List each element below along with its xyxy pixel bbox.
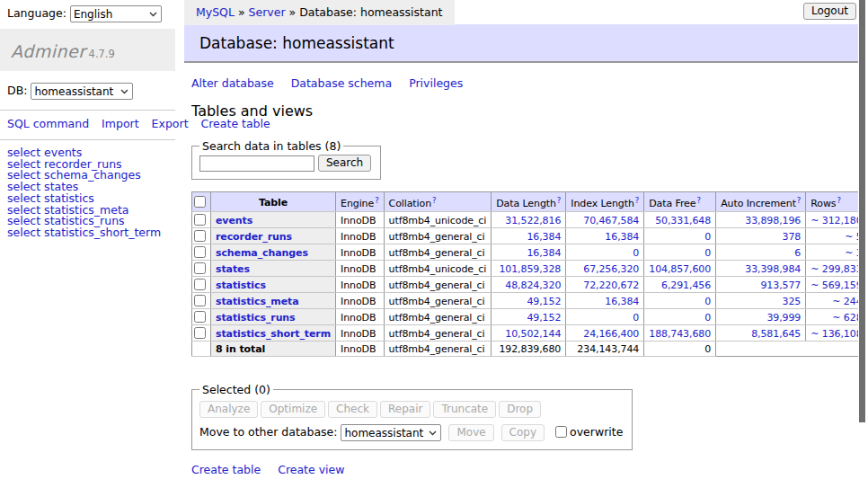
db-select[interactable]: homeassistant — [31, 83, 133, 100]
row-checkbox-cell — [192, 261, 211, 277]
index-length-cell: 72,220,672 — [566, 277, 644, 293]
table-link-states[interactable]: states — [216, 263, 250, 275]
row-checkbox-statistics-short-term[interactable] — [194, 327, 206, 339]
action-link-alter-database[interactable]: Alter database — [191, 76, 274, 90]
column-header-data-free: Data Free? — [644, 192, 716, 212]
table-row-statistics-meta: statistics_metaInnoDButf8mb4_general_ci4… — [192, 293, 868, 309]
data-length-cell: 31,522,816 — [492, 212, 566, 228]
engine-cell: InnoDB — [336, 261, 385, 277]
breadcrumb-separator: » — [235, 5, 249, 19]
total-data-length-cell: 192,839,680 — [492, 342, 566, 357]
main-content: MySQL » Server » Database: homeassistant… — [184, 0, 868, 488]
search-button[interactable]: Search — [318, 155, 371, 172]
scrollbar-thumb[interactable] — [859, 0, 865, 422]
engine-cell: InnoDB — [336, 277, 385, 293]
move-button[interactable]: Move — [448, 424, 493, 441]
link-create-view[interactable]: Create view — [278, 463, 344, 476]
row-checkbox-cell — [192, 309, 211, 325]
table-link-statistics-runs[interactable]: statistics_runs — [216, 312, 296, 324]
sidebar-item-select-statistics-short-term[interactable]: select statistics_short_term — [7, 227, 168, 239]
row-checkbox-statistics-runs[interactable] — [194, 311, 206, 323]
auto-increment-cell: 913,577 — [716, 277, 806, 293]
column-help-link[interactable]: ? — [557, 196, 561, 205]
table-name-cell: statistics_runs — [211, 309, 336, 325]
move-db-select-wrap: homeassistant — [341, 424, 441, 441]
sidebar-link-sql-command[interactable]: SQL command — [7, 117, 89, 130]
selected-legend: Selected (0) — [199, 383, 273, 396]
sidebar-link-import[interactable]: Import — [102, 117, 139, 130]
table-link-recorder-runs[interactable]: recorder_runs — [216, 231, 292, 243]
sidebar-tables-list: select eventsselect recorder_runsselect … — [0, 140, 175, 246]
table-row-statistics: statisticsInnoDButf8mb4_general_ci48,824… — [192, 277, 868, 293]
column-help-link[interactable]: ? — [696, 196, 700, 205]
breadcrumb-separator: » — [286, 5, 300, 19]
row-checkbox-cell — [192, 325, 211, 342]
breadcrumb-link-mysql[interactable]: MySQL — [196, 5, 235, 19]
sidebar: Language:English Adminer4.7.9 DB:homeass… — [0, 0, 175, 246]
table-link-schema-changes[interactable]: schema_changes — [216, 247, 308, 259]
collation-cell: utf8mb4_unicode_ci — [384, 261, 492, 277]
drop-button[interactable]: Drop — [499, 401, 541, 418]
overwrite-checkbox[interactable] — [555, 426, 567, 438]
row-checkbox-statistics-meta[interactable] — [194, 295, 206, 306]
data-free-cell: 0 — [644, 228, 716, 244]
column-header-index-length: Index Length? — [566, 192, 644, 212]
column-help-link[interactable]: ? — [432, 196, 436, 205]
column-help-link[interactable]: ? — [837, 196, 840, 205]
breadcrumb-link-server[interactable]: Server — [249, 5, 286, 19]
table-link-events[interactable]: events — [216, 215, 252, 226]
auto-increment-cell: 6 — [716, 244, 806, 261]
engine-cell: InnoDB — [336, 309, 385, 325]
check-button[interactable]: Check — [328, 401, 377, 418]
table-link-statistics-short-term[interactable]: statistics_short_term — [216, 328, 331, 340]
column-help-link[interactable]: ? — [635, 196, 639, 205]
truncate-button[interactable]: Truncate — [433, 401, 496, 418]
table-name-cell: recorder_runs — [211, 228, 336, 244]
row-checkbox-schema-changes[interactable] — [194, 246, 206, 258]
table-link-statistics[interactable]: statistics — [216, 279, 266, 291]
sidebar-menu: SQL commandImportExportCreate table — [0, 111, 175, 140]
index-length-cell: 67,256,320 — [566, 261, 644, 277]
column-help-link[interactable]: ? — [797, 196, 801, 205]
engine-cell: InnoDB — [336, 293, 385, 309]
scrollbar[interactable] — [858, 0, 868, 488]
data-length-cell: 48,824,320 — [492, 277, 566, 293]
move-db-select[interactable]: homeassistant — [341, 424, 441, 441]
total-collation-cell: utf8mb4_general_ci — [384, 342, 492, 357]
search-legend: Search data in tables (8) — [199, 139, 343, 153]
logout-button[interactable]: Logout — [803, 3, 856, 20]
language-row: Language:English — [0, 0, 175, 29]
row-checkbox-statistics[interactable] — [194, 279, 206, 290]
sidebar-link-export[interactable]: Export — [152, 117, 189, 130]
analyze-button[interactable]: Analyze — [199, 401, 258, 418]
collation-cell: utf8mb4_general_ci — [384, 293, 492, 309]
index-length-cell: 16,384 — [566, 293, 644, 309]
row-checkbox-cell — [192, 293, 211, 309]
auto-increment-cell: 378 — [716, 228, 806, 244]
action-link-database-schema[interactable]: Database schema — [291, 76, 392, 90]
repair-button[interactable]: Repair — [380, 401, 430, 418]
breadcrumb: MySQL » Server » Database: homeassistant — [184, 0, 455, 25]
select-all-checkbox[interactable] — [194, 196, 206, 208]
app-logo[interactable]: Adminer — [11, 41, 86, 61]
tables-heading: Tables and views — [191, 102, 868, 120]
column-help-link[interactable]: ? — [375, 196, 378, 205]
row-checkbox-events[interactable] — [194, 214, 206, 226]
move-label: Move to other database: — [199, 425, 337, 439]
action-link-privileges[interactable]: Privileges — [409, 76, 463, 90]
logout-area: Logout — [803, 3, 856, 20]
engine-cell: InnoDB — [336, 325, 385, 342]
row-checkbox-recorder-runs[interactable] — [194, 230, 206, 242]
auto-increment-cell: 33,398,984 — [716, 261, 806, 277]
language-select[interactable]: English — [70, 5, 162, 22]
optimize-button[interactable]: Optimize — [261, 401, 325, 418]
language-select-wrap: English — [70, 5, 162, 22]
copy-button[interactable]: Copy — [501, 424, 545, 441]
breadcrumb-current: Database: homeassistant — [299, 5, 442, 19]
topbar: MySQL » Server » Database: homeassistant… — [184, 0, 868, 24]
table-link-statistics-meta[interactable]: statistics_meta — [216, 296, 299, 307]
search-input[interactable] — [199, 155, 314, 172]
link-create-table[interactable]: Create table — [191, 463, 261, 476]
row-checkbox-states[interactable] — [194, 262, 206, 274]
table-row-states: statesInnoDButf8mb4_unicode_ci101,859,32… — [192, 261, 868, 277]
